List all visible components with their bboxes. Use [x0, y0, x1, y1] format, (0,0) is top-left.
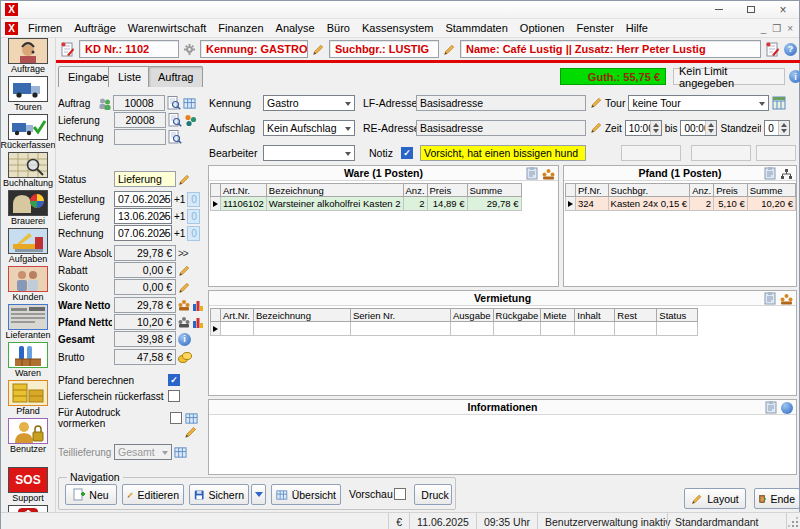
bar-chart-icon[interactable] — [192, 299, 204, 311]
col-bezeichnung[interactable]: Bezeichnung — [254, 309, 351, 322]
tour-plan-button[interactable] — [772, 96, 786, 110]
bestellung-date-select[interactable]: 07.06.2025 — [114, 191, 172, 207]
note-icon[interactable] — [765, 42, 780, 57]
bearbeiter-select[interactable] — [263, 145, 355, 161]
pencil-icon[interactable] — [178, 173, 191, 186]
notiz-checkbox[interactable] — [401, 147, 413, 159]
maximize-button[interactable] — [735, 1, 767, 18]
group-stats-icon[interactable] — [178, 299, 190, 311]
menu-kassensystem[interactable]: Kassensystem — [356, 20, 440, 36]
lieferdatum-offset-button[interactable]: 0 — [187, 209, 200, 224]
layout-button[interactable]: Layout — [684, 488, 746, 509]
status-field[interactable]: Lieferung — [114, 171, 176, 187]
aufschlag-select[interactable]: Kein Aufschlag — [263, 120, 355, 136]
col-ausgabe[interactable]: Ausgabe — [451, 309, 494, 322]
col-preis[interactable]: Preis — [714, 184, 748, 197]
sidebar-item-support[interactable]: SOS Support — [8, 467, 48, 504]
col-seriennr[interactable]: Serien Nr. — [351, 309, 451, 322]
pencil-icon[interactable] — [184, 425, 198, 439]
col-miete[interactable]: Miete — [541, 309, 575, 322]
autodruck-checkbox[interactable] — [170, 412, 182, 424]
pencil-icon[interactable] — [590, 121, 603, 134]
col-inhalt[interactable]: Inhalt — [575, 309, 615, 322]
plus-one-label[interactable]: +1 — [174, 211, 185, 222]
uebersicht-button[interactable]: Übersicht — [271, 484, 341, 505]
pfand-row[interactable]: 324 Kasten 24x 0,15 € 2 5,10 € 10,20 € — [566, 197, 796, 211]
lieferung-number-field[interactable]: 20008 — [114, 112, 166, 128]
bar-chart-icon[interactable] — [192, 316, 204, 328]
sidebar-item-ende[interactable]: Ende — [8, 505, 48, 512]
menu-analyse[interactable]: Analyse — [270, 20, 321, 36]
article-group-icon[interactable] — [780, 293, 793, 305]
menu-fenster[interactable]: Fenster — [571, 20, 620, 36]
expand-chevrons[interactable]: >> — [178, 248, 188, 259]
menu-stammdaten[interactable]: Stammdaten — [439, 20, 513, 36]
autodruck-table-button[interactable] — [185, 412, 198, 425]
sidebar-item-touren[interactable]: Touren — [8, 76, 48, 113]
sichern-dropdown-button[interactable] — [251, 484, 266, 505]
sidebar-item-auftraege[interactable]: Aufträge — [8, 38, 48, 75]
informationen-content[interactable] — [209, 415, 796, 474]
clipboard-icon[interactable] — [526, 167, 538, 180]
ware-row[interactable]: 11106102 Warsteiner alkoholfrei Kasten 2… — [211, 197, 522, 211]
col-anz[interactable]: Anz. — [403, 184, 427, 197]
vorschau-checkbox[interactable] — [394, 488, 406, 500]
sichern-button[interactable]: Sichern — [189, 484, 249, 505]
mdi-minimize-button[interactable]: _ — [761, 23, 767, 34]
sidebar-item-rueckerfassen[interactable]: Rückerfassen — [1, 114, 56, 151]
col-anz[interactable]: Anz. — [690, 184, 714, 197]
druck-button[interactable]: Druck — [414, 484, 452, 505]
col-preis[interactable]: Preis — [427, 184, 467, 197]
auftrag-number-field[interactable]: 10008 — [113, 95, 165, 111]
close-button[interactable]: × — [767, 1, 799, 18]
group-stats-icon[interactable] — [178, 316, 190, 328]
menu-warenwirtschaft[interactable]: Warenwirtschaft — [122, 20, 212, 36]
vermietung-empty-row[interactable] — [211, 322, 698, 336]
sidebar-item-aufgaben[interactable]: Aufgaben — [8, 228, 48, 265]
sidebar-item-pfand[interactable]: Pfand — [8, 380, 48, 417]
rechnungsdatum-select[interactable]: 07.06.2025 — [114, 225, 172, 241]
col-rueckgabe[interactable]: Rückgabe — [493, 309, 541, 322]
customer-group-icon[interactable] — [98, 97, 111, 110]
sidebar-item-buchhaltung[interactable]: Buchhaltung — [3, 152, 53, 189]
search-order-button[interactable] — [167, 96, 181, 110]
editieren-button[interactable]: Editieren — [122, 484, 184, 505]
limit-info-icon[interactable]: i — [789, 70, 800, 83]
bestellung-offset-button[interactable]: 0 — [187, 192, 200, 207]
clipboard-icon[interactable] — [764, 292, 776, 305]
zeit-von-spinner[interactable]: 10:00 — [625, 120, 662, 136]
col-status[interactable]: Status — [657, 309, 698, 322]
menu-optionen[interactable]: Optionen — [514, 20, 571, 36]
tab-liste[interactable]: Liste — [108, 66, 151, 87]
help-icon[interactable]: ? — [784, 43, 797, 56]
menu-firmen[interactable]: Firmen — [22, 20, 68, 36]
teillieferung-table-button[interactable] — [174, 446, 187, 459]
standzeit-spinner[interactable]: 0 — [764, 120, 790, 136]
sidebar-item-waren[interactable]: Waren — [8, 342, 48, 379]
lf-adresse-field[interactable]: Basisadresse — [416, 95, 586, 111]
rechnungsdatum-offset-button[interactable]: 0 — [187, 226, 200, 241]
ende-button[interactable]: Ende — [754, 488, 800, 509]
sphere-icon[interactable] — [781, 402, 793, 414]
col-bezeichnung[interactable]: Bezeichnung — [266, 184, 403, 197]
sidebar-item-brauerei[interactable]: Brauerei — [8, 190, 48, 227]
pencil-icon[interactable] — [590, 96, 603, 109]
gesamt-info-icon[interactable]: i — [178, 333, 191, 346]
col-artnr[interactable]: Art.Nr. — [221, 309, 254, 322]
plus-one-label[interactable]: +1 — [174, 228, 185, 239]
lieferdatum-select[interactable]: 13.06.2025 — [114, 208, 172, 224]
search-invoice-button[interactable] — [168, 130, 182, 144]
pencil-icon[interactable] — [443, 43, 456, 56]
sitemap-icon[interactable] — [780, 168, 793, 180]
article-group-icon[interactable] — [542, 168, 555, 180]
spinner-arrows[interactable] — [650, 121, 661, 135]
gear-icon[interactable] — [183, 43, 196, 56]
col-summe[interactable]: Summe — [467, 184, 521, 197]
note-icon[interactable] — [60, 42, 75, 57]
clipboard-icon[interactable] — [765, 401, 777, 414]
lieferschein-rueckerfasst-checkbox[interactable] — [168, 390, 180, 402]
re-adresse-field[interactable]: Basisadresse — [416, 120, 586, 136]
zeit-bis-spinner[interactable]: 00:00 — [680, 120, 717, 136]
col-artnr[interactable]: Art.Nr. — [221, 184, 267, 197]
minimize-button[interactable] — [703, 1, 735, 18]
